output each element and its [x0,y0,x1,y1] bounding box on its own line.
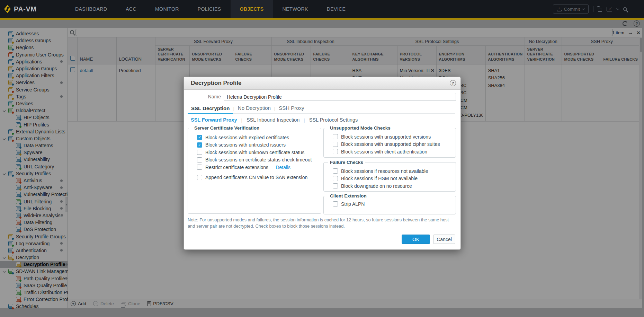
checkbox-row-block-sessions-with-expired-certificates[interactable]: ✓Block sessions with expired certificate… [188,134,321,141]
checkbox-label: Block sessions with expired certificates [205,135,289,140]
checkbox-block-sessions-if-hsm-not-available[interactable] [333,176,338,181]
checkbox-label: Block sessions with unsupported versions [341,134,431,140]
subtab-ssl-forward-proxy[interactable]: SSL Forward Proxy [191,117,237,123]
checkbox-block-sessions-with-unknown-certificate-status[interactable] [197,150,202,155]
dialog-title: Decryption Profile [191,80,241,87]
dialog-subtabs: SSL Forward Proxy|SSL Inbound Inspection… [191,117,358,123]
details-link[interactable]: Details [276,165,290,170]
checkbox-row-append-certificate-s-cn-value-to-san-extension[interactable]: Append certificate's CN value to SAN ext… [188,174,321,182]
checkbox-label: Strip ALPN [341,201,365,207]
checkbox-strip-alpn[interactable] [333,201,338,206]
subtab-ssl-protocol-settings[interactable]: SSL Protocol Settings [309,117,358,123]
nav-tab-dashboard[interactable]: DASHBOARD [66,0,116,18]
checkbox-label: Block sessions on certificate status che… [205,157,312,162]
checkbox-block-sessions-with-unsupported-versions[interactable] [333,134,338,139]
pan-logo-icon [4,5,11,13]
checkbox-row-block-sessions-with-unknown-certificate-status[interactable]: Block sessions with unknown certificate … [188,149,321,156]
failure-checks-group: Failure Checks Block sessions if resourc… [323,162,456,192]
checkbox-block-sessions-with-expired-certificates[interactable]: ✓ [197,135,202,140]
nav-right: ↓ Commit ↓↑ [553,5,644,14]
checkbox-row-block-sessions-with-unsupported-versions[interactable]: Block sessions with unsupported versions [324,133,456,141]
checkbox-label: Block downgrade on no resource [341,183,412,189]
nav-tab-policies[interactable]: POLICIES [188,0,231,18]
failure-items: Block sessions if resources not availabl… [324,162,456,190]
checkbox-label: Append certificate's CN value to SAN ext… [205,175,307,180]
checkbox-label: Restrict certificate extensions [205,165,268,170]
name-row: Name [184,93,460,101]
decryption-profile-dialog: Decryption Profile ? Name SSL Decryption… [184,77,461,250]
chevron-down-icon[interactable] [616,7,619,10]
checkbox-row-block-sessions-on-certificate-status-check-timeout[interactable]: Block sessions on certificate status che… [188,156,321,164]
name-label: Name [191,93,221,101]
checkbox-block-downgrade-on-no-resource[interactable] [333,183,338,188]
commit-label: Commit [564,7,580,12]
checkbox-row-block-sessions-with-client-authentication[interactable]: Block sessions with client authenticatio… [324,148,456,156]
nav-tab-monitor[interactable]: MONITOR [146,0,188,18]
dialog-buttons: OK Cancel [402,235,455,244]
server-cert-items: ✓Block sessions with expired certificate… [188,128,321,181]
unsupported-items: Block sessions with unsupported versions… [324,128,456,156]
checkbox-block-sessions-with-untrusted-issuers[interactable]: ✓ [197,142,202,148]
commit-button[interactable]: ↓ Commit [553,5,589,14]
unsupported-mode-checks-group: Unsupported Mode Checks Block sessions w… [323,128,456,158]
checkbox-label: Block sessions if HSM not available [341,176,418,181]
dialog-note: Note: For unsupported modes and failures… [188,217,454,229]
checkbox-label: Block sessions with unknown certificate … [205,150,304,155]
commit-icon: ↓ [557,7,562,11]
tab-ssl-decryption[interactable]: SSL Decryption [188,105,233,114]
checkbox-label: Block sessions if resources not availabl… [341,168,428,174]
checkbox-label: Block sessions with client authenticatio… [341,149,427,155]
dialog-header[interactable]: Decryption Profile ? [184,77,460,90]
checkbox-label: Block sessions with untrusted issuers [205,142,286,148]
nav-tab-objects[interactable]: OBJECTS [231,0,273,18]
tab-no-decryption[interactable]: No Decryption [234,105,274,113]
ok-button[interactable]: OK [402,235,430,244]
cancel-button[interactable]: Cancel [433,235,455,244]
subtab-separator: | [241,117,242,123]
checkbox-label: Block sessions with unsupported cipher s… [341,141,440,147]
dialog-help-icon[interactable]: ? [450,80,456,86]
checkbox-row-block-sessions-with-unsupported-cipher-suites[interactable]: Block sessions with unsupported cipher s… [324,141,456,148]
checkbox-append-certificate-s-cn-value-to-san-extension[interactable] [197,175,202,180]
checkbox-block-sessions-on-certificate-status-check-timeout[interactable] [197,157,202,162]
tab-ssh-proxy[interactable]: SSH Proxy [275,105,307,113]
top-nav: PA-VM DASHBOARDACCMONITORPOLICIESOBJECTS… [0,0,644,18]
profile-name-input[interactable] [224,93,456,101]
client-extension-group: Client Extension Strip ALPN [323,196,456,214]
group-legend: Unsupported Mode Checks [328,125,393,131]
checkbox-restrict-certificate-extensions[interactable] [197,165,202,170]
chevron-down-icon [582,7,585,10]
dialog-tabs: SSL Decryption|No Decryption|SSH Proxy [188,104,455,114]
checkbox-block-sessions-with-unsupported-cipher-suites[interactable] [333,142,338,147]
checkbox-row-strip-alpn[interactable]: Strip ALPN [324,200,456,208]
config-transfer-icon[interactable]: ↓↑ [607,7,612,11]
nav-tab-acc[interactable]: ACC [116,0,146,18]
brand: PA-VM [0,5,66,13]
divider [593,6,593,12]
checkbox-row-block-sessions-if-hsm-not-available[interactable]: Block sessions if HSM not available [324,175,456,183]
group-legend: Client Extension [328,193,369,199]
nav-tab-device[interactable]: DEVICE [317,0,355,18]
server-cert-verification-group: Server Certificate Verification ✓Block s… [188,128,321,214]
subtab-ssl-inbound-inspection[interactable]: SSL Inbound Inspection [247,117,299,123]
checkbox-block-sessions-with-client-authentication[interactable] [333,149,338,154]
subtab-separator: | [304,117,305,123]
checkbox-block-sessions-if-resources-not-available[interactable] [333,168,338,174]
brand-name: PA-VM [14,5,36,13]
checkbox-row-block-sessions-if-resources-not-available[interactable]: Block sessions if resources not availabl… [324,167,456,175]
search-icon[interactable] [623,7,627,11]
nav-tab-network[interactable]: NETWORK [273,0,317,18]
nav-items: DASHBOARDACCMONITORPOLICIESOBJECTSNETWOR… [66,0,355,18]
checkbox-row-block-downgrade-on-no-resource[interactable]: Block downgrade on no resource [324,182,456,190]
group-legend: Server Certificate Verification [192,125,261,131]
checkbox-row-restrict-certificate-extensions[interactable]: Restrict certificate extensionsDetails [188,164,321,171]
group-legend: Failure Checks [328,160,365,165]
checkbox-row-block-sessions-with-untrusted-issuers[interactable]: ✓Block sessions with untrusted issuers [188,141,321,149]
unlock-icon[interactable] [598,9,602,12]
